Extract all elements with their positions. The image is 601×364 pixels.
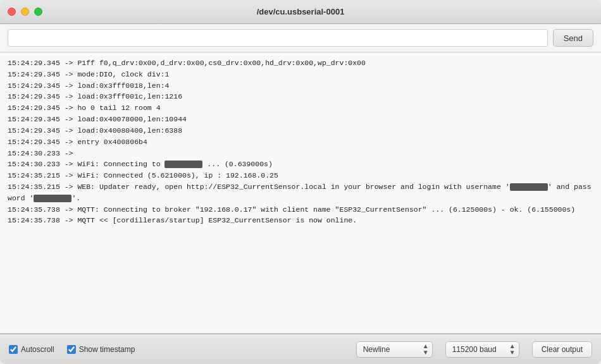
clear-output-button[interactable]: Clear output (532, 341, 592, 358)
redacted-password (34, 195, 71, 202)
terminal-line: 15:24:29.345 -> ho 0 tail 12 room 4 (8, 102, 593, 114)
terminal-line: 15:24:29.345 -> load:0x3fff001c,len:1216 (8, 91, 593, 102)
window-controls (8, 8, 42, 16)
baud-select[interactable]: 300 baud1200 baud2400 baud4800 baud9600 … (445, 341, 519, 358)
show-timestamp-checkbox[interactable] (67, 345, 76, 354)
autoscroll-label[interactable]: Autoscroll (21, 345, 54, 354)
terminal-line: 15:24:29.345 -> load:0x40078000,len:1094… (8, 114, 593, 125)
serial-input[interactable] (8, 29, 548, 47)
redacted-username (510, 183, 548, 191)
terminal-output[interactable]: 15:24:29.345 -> P1ff f0,q_drv:0x00,d_drv… (0, 52, 601, 334)
terminal-line: 15:24:29.345 -> load:0x3fff0018,len:4 (8, 80, 593, 92)
baud-select-wrapper: 300 baud1200 baud2400 baud4800 baud9600 … (445, 341, 519, 358)
autoscroll-checkbox[interactable] (9, 345, 18, 354)
terminal-line: 15:24:35.215 -> WEB: Updater ready, open… (8, 181, 593, 204)
terminal-line: 15:24:29.345 -> entry 0x400806b4 (8, 136, 593, 148)
terminal-line: 15:24:29.345 -> load:0x40080400,len:6388 (8, 125, 593, 136)
titlebar: /dev/cu.usbserial-0001 (0, 0, 601, 24)
close-button[interactable] (8, 8, 16, 16)
show-timestamp-label[interactable]: Show timestamp (79, 345, 135, 354)
terminal-line: 15:24:35.738 -> MQTT << [cordilleras/sta… (8, 215, 593, 226)
maximize-button[interactable] (34, 8, 42, 16)
terminal-line: 15:24:29.345 -> mode:DIO, clock div:1 (8, 69, 593, 80)
redacted-text (164, 161, 202, 168)
terminal-line: 15:24:30.233 -> WiFi: Connecting to ... … (8, 159, 593, 170)
newline-select[interactable]: NewlineNo line endingCarriage returnBoth… (356, 341, 433, 358)
terminal-line: 15:24:35.738 -> MQTT: Connecting to brok… (8, 204, 593, 215)
send-button[interactable]: Send (553, 29, 593, 47)
terminal-line: 15:24:30.233 -> (8, 148, 593, 159)
show-timestamp-group: Show timestamp (67, 345, 135, 354)
input-row: Send (0, 24, 601, 52)
minimize-button[interactable] (21, 8, 29, 16)
terminal-line: 15:24:29.345 -> P1ff f0,q_drv:0x00,d_drv… (8, 58, 593, 69)
window-title: /dev/cu.usbserial-0001 (257, 7, 345, 16)
toolbar: Autoscroll Show timestamp NewlineNo line… (0, 334, 601, 364)
newline-select-wrapper: NewlineNo line endingCarriage returnBoth… (356, 341, 433, 358)
terminal-line: 15:24:35.215 -> WiFi: Connected (5.62100… (8, 170, 593, 181)
autoscroll-group: Autoscroll (9, 345, 54, 354)
